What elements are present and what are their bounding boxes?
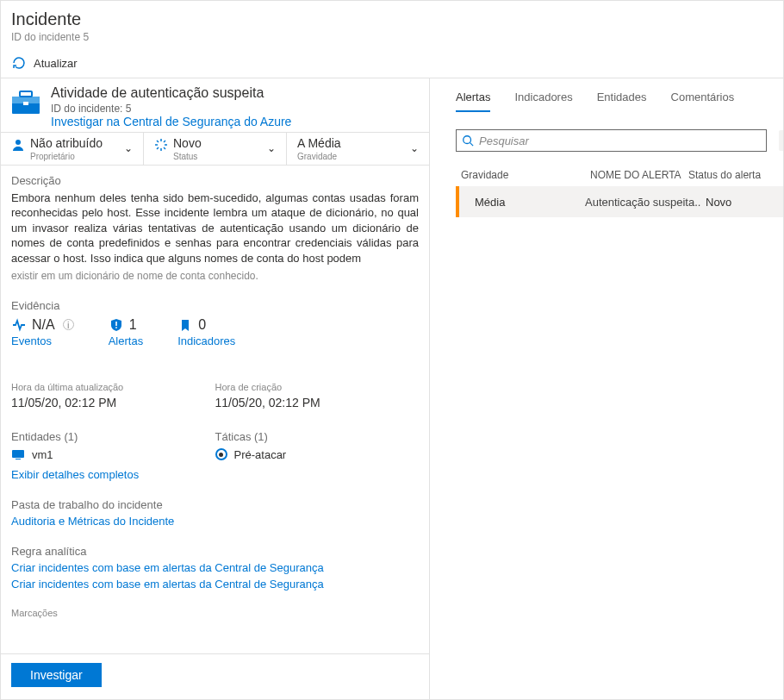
tactic-name: Pré-atacar [234,448,287,461]
row-severity: Média [475,196,585,209]
tags-label: Marcações [11,608,419,618]
status-label: Status [173,152,202,161]
search-icon [462,134,474,147]
full-details-link[interactable]: Exibir detalhes completos [11,468,215,481]
tab-entities[interactable]: Entidades [597,91,647,112]
right-tabs: Alertas Indicadores Entidades Comentário… [456,91,783,112]
target-icon [215,448,227,460]
shield-icon [109,317,124,333]
th-severity: Gravidade [461,169,590,181]
row-alert-status: Novo [706,196,783,209]
incident-id: ID do incidente: 5 [51,103,291,115]
page-title: Incidente [11,9,773,29]
events-value: N/A [32,317,55,333]
owner-label: Proprietário [30,152,103,161]
page-header: Incidente ID do incidente 5 [1,1,783,48]
incident-summary-header: Atividade de autenticação suspeita ID do… [1,78,429,132]
severity-dropdown[interactable]: A Média Gravidade ⌄ [287,133,429,165]
rule-link-1[interactable]: Criar incidentes com base em alertas da … [11,561,419,574]
alerts-label: Alertas [109,334,143,347]
evidence-bookmarks[interactable]: 0 Indicadores [177,317,235,347]
svg-rect-13 [115,322,117,326]
status-dropdown[interactable]: Novo Status ⌄ [144,133,287,165]
svg-line-11 [157,147,159,149]
bookmark-icon [177,317,193,333]
evidence-events[interactable]: N/A i Eventos [11,317,74,347]
alerts-value: 1 [129,317,137,333]
investigate-asc-link[interactable]: Investigar na Central de Segurança do Az… [51,115,291,128]
workbook-link[interactable]: Auditoria e Métricas do Incidente [11,515,419,528]
th-alert-status: Status do alerta [688,169,783,181]
entity-name: vm1 [32,448,53,461]
svg-point-17 [464,136,471,144]
svg-rect-15 [12,450,24,458]
evidence-label: Evidência [11,299,419,312]
description-tail: existir em um dicionário de nome de cont… [11,270,419,282]
search-input[interactable] [479,134,761,147]
chevron-down-icon: ⌄ [267,142,276,154]
svg-line-18 [470,143,474,147]
tab-comments[interactable]: Comentários [671,91,735,112]
tab-alerts[interactable]: Alertas [456,91,490,112]
alerts-table-header: Gravidade NOME DO ALERTA Status do alert… [456,169,783,186]
person-icon [11,138,25,152]
refresh-button[interactable]: Atualizar [34,57,78,70]
description-body: Embora nenhum deles tenha sido bem-suced… [11,191,419,266]
chevron-down-icon: ⌄ [124,142,133,154]
rule-link-2[interactable]: Criar incidentes com base em alertas da … [11,578,419,591]
svg-rect-16 [16,459,21,459]
events-label: Eventos [11,334,74,347]
status-new-icon [154,138,168,152]
severity-value: A Média [297,136,341,151]
severity-label: Gravidade [297,152,341,161]
status-value: Novo [173,136,202,151]
severity-filter-button[interactable]: Se [779,130,784,151]
owner-value: Não atribuído [30,136,103,151]
th-alert-name: NOME DO ALERTA [590,169,688,181]
description-label: Descrição [11,174,419,187]
tactic-item: Pré-atacar [215,448,420,461]
footer-bar: Investigar [1,653,429,699]
row-alert-name: Autenticação suspeita.. [585,196,706,209]
svg-rect-14 [115,327,117,328]
refresh-icon[interactable] [11,55,27,71]
workbook-label: Pasta de trabalho do incidente [11,498,419,511]
severity-bar-medium [456,186,459,217]
chevron-down-icon: ⌄ [410,142,419,154]
details-scroll[interactable]: Descrição Embora nenhum deles tenha sido… [1,166,429,653]
created-label: Hora de criação [215,382,420,392]
bookmarks-value: 0 [198,317,206,333]
activity-icon [11,317,27,333]
entity-item[interactable]: vm1 [11,448,215,461]
svg-line-12 [164,141,165,142]
svg-point-4 [16,140,21,145]
host-icon [11,449,25,459]
search-box[interactable] [456,129,767,152]
entities-label: Entidades (1) [11,430,215,443]
svg-rect-2 [20,91,32,97]
svg-line-9 [157,141,159,142]
evidence-alerts[interactable]: 1 Alertas [109,317,143,347]
incident-id-subtitle: ID do incidente 5 [11,31,773,43]
command-bar: Atualizar [1,48,783,78]
alert-row[interactable]: Média Autenticação suspeita.. Novo [456,186,783,217]
info-icon[interactable]: i [63,319,74,330]
bookmarks-label: Indicadores [177,334,235,347]
created-value: 11/05/20, 02:12 PM [215,396,420,409]
tactics-label: Táticas (1) [215,430,420,443]
owner-dropdown[interactable]: Não atribuído Proprietário ⌄ [1,133,144,165]
svg-line-10 [164,147,165,149]
updated-label: Hora da última atualização [11,382,215,392]
rule-label: Regra analítica [11,545,419,558]
investigate-button[interactable]: Investigar [11,663,102,687]
svg-rect-3 [23,102,28,105]
updated-value: 11/05/20, 02:12 PM [11,396,215,409]
tab-bookmarks[interactable]: Indicadores [514,91,572,112]
incident-title: Atividade de autenticação suspeita [51,85,291,101]
briefcase-icon [11,89,40,115]
